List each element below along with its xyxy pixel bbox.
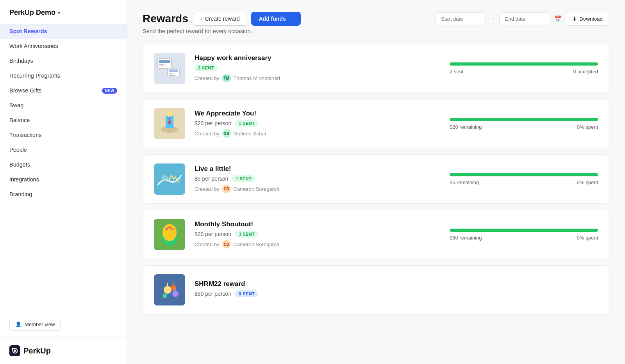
reward-card-monthly-shoutout[interactable]: Monthly Shoutout!$20 per person3 SENTCre… bbox=[143, 210, 609, 259]
sidebar-item-label-swag: Swag bbox=[9, 102, 23, 108]
sidebar-item-label-integrations: Integrations bbox=[9, 176, 39, 183]
reward-progress-bar-monthly-shoutout bbox=[450, 229, 598, 232]
reward-image-we-appreciate-you bbox=[154, 108, 185, 139]
sidebar-item-people[interactable]: People bbox=[0, 142, 127, 157]
reward-progress-fill-live-a-little bbox=[450, 173, 598, 176]
reward-meta-we-appreciate-you: $20 per person1 SENT bbox=[195, 120, 440, 127]
sidebar-item-spot-rewards[interactable]: Spot Rewards bbox=[0, 24, 127, 39]
reward-stat-left-happy-work-anniversary: 2 sent bbox=[450, 69, 463, 75]
reward-card-shrm22-reward[interactable]: SHRM22 reward$50 per person0 SENT bbox=[143, 265, 609, 314]
member-view-button[interactable]: 👤 Member view bbox=[9, 318, 61, 331]
svg-point-14 bbox=[167, 111, 172, 117]
reward-stat-left-live-a-little: $5 remaining bbox=[450, 179, 479, 185]
reward-card-live-a-little[interactable]: Live a little!$5 per person1 SENTCreated… bbox=[143, 154, 609, 204]
sidebar-item-label-browse-gifts: Browse Gifts bbox=[9, 87, 41, 94]
reward-stats-happy-work-anniversary: 2 sent0 accepted bbox=[450, 62, 598, 75]
sidebar-item-recurring-programs[interactable]: Recurring Programs bbox=[0, 68, 127, 83]
reward-card-we-appreciate-you[interactable]: We Appreciate You!$20 per person1 SENTCr… bbox=[143, 99, 609, 148]
reward-amount-monthly-shoutout: $20 per person bbox=[195, 231, 231, 237]
create-reward-label: + Create reward bbox=[200, 16, 240, 22]
sidebar-item-label-transactions: Transactions bbox=[9, 132, 41, 138]
reward-creator-monthly-shoutout: Created byCSCameron Soregaroli bbox=[195, 240, 440, 249]
sidebar-item-browse-gifts[interactable]: Browse GiftsNEW bbox=[0, 83, 127, 98]
sidebar-item-label-spot-rewards: Spot Rewards bbox=[9, 28, 47, 34]
app-title-chevron: ▾ bbox=[58, 10, 60, 16]
sidebar-badge-browse-gifts: NEW bbox=[102, 88, 117, 94]
reward-progress-bar-we-appreciate-you bbox=[450, 118, 598, 121]
start-date-input[interactable] bbox=[435, 12, 486, 25]
reward-stats-row-happy-work-anniversary: 2 sent0 accepted bbox=[450, 69, 598, 75]
reward-info-we-appreciate-you: We Appreciate You!$20 per person1 SENTCr… bbox=[195, 110, 440, 138]
sidebar-item-branding[interactable]: Branding bbox=[0, 187, 127, 202]
sidebar-item-label-balance: Balance bbox=[9, 117, 30, 123]
end-date-input[interactable] bbox=[499, 12, 550, 25]
sidebar-item-transactions[interactable]: Transactions bbox=[0, 128, 127, 142]
page-title: Rewards bbox=[143, 12, 188, 25]
svg-point-27 bbox=[168, 226, 171, 229]
sidebar-item-balance[interactable]: Balance bbox=[0, 113, 127, 128]
create-reward-button[interactable]: + Create reward bbox=[193, 12, 247, 26]
reward-badge-shrm22-reward: 0 SENT bbox=[235, 290, 258, 297]
sidebar-item-work-anniversaries[interactable]: Work Anniversaries bbox=[0, 39, 127, 53]
reward-title-happy-work-anniversary: Happy work anniversary bbox=[195, 54, 440, 62]
reward-stats-we-appreciate-you: $20 remaining0% spent bbox=[450, 118, 598, 130]
add-funds-button[interactable]: Add funds → bbox=[251, 12, 301, 26]
reward-creator-name-monthly-shoutout: Cameron Soregaroli bbox=[234, 241, 279, 247]
app-title-header[interactable]: PerkUp Demo ▾ bbox=[0, 0, 127, 21]
main-content: Rewards + Create reward Add funds → → 📅 … bbox=[127, 0, 625, 364]
sidebar-nav: Spot RewardsWork AnniversariesBirthdaysR… bbox=[0, 21, 127, 318]
reward-stats-row-monthly-shoutout: $60 remaining0% spent bbox=[450, 235, 598, 241]
reward-card-happy-work-anniversary[interactable]: Happy work anniversary2 SENTCreated byTM… bbox=[143, 44, 609, 93]
reward-stat-right-we-appreciate-you: 0% spent bbox=[577, 124, 598, 130]
svg-rect-10 bbox=[169, 75, 175, 76]
svg-rect-9 bbox=[169, 73, 173, 74]
sidebar-footer: PerkUp bbox=[0, 337, 127, 364]
reward-image-monthly-shoutout bbox=[154, 219, 185, 250]
reward-progress-fill-we-appreciate-you bbox=[450, 118, 598, 121]
reward-amount-we-appreciate-you: $20 per person bbox=[195, 120, 231, 126]
reward-stat-right-live-a-little: 0% spent bbox=[577, 179, 598, 185]
svg-rect-8 bbox=[169, 69, 178, 72]
perkup-logo-icon bbox=[9, 345, 20, 356]
sidebar-item-label-birthdays: Birthdays bbox=[9, 58, 33, 64]
perkup-logo: PerkUp bbox=[9, 345, 51, 356]
reward-meta-shrm22-reward: $50 per person0 SENT bbox=[195, 290, 598, 297]
reward-meta-monthly-shoutout: $20 per person3 SENT bbox=[195, 231, 440, 238]
reward-stat-right-happy-work-anniversary: 0 accepted bbox=[573, 69, 598, 75]
reward-image-happy-work-anniversary bbox=[154, 53, 185, 84]
reward-progress-fill-monthly-shoutout bbox=[450, 229, 598, 232]
sidebar-item-label-budgets: Budgets bbox=[9, 162, 30, 168]
svg-point-31 bbox=[172, 291, 179, 297]
svg-point-21 bbox=[162, 175, 168, 181]
reward-info-shrm22-reward: SHRM22 reward$50 per person0 SENT bbox=[195, 280, 598, 300]
reward-badge-happy-work-anniversary: 2 SENT bbox=[195, 64, 218, 71]
reward-stat-left-we-appreciate-you: $20 remaining bbox=[450, 124, 482, 130]
sidebar-item-label-branding: Branding bbox=[9, 191, 32, 197]
app-title: PerkUp Demo bbox=[9, 9, 55, 17]
sidebar-item-budgets[interactable]: Budgets bbox=[0, 157, 127, 172]
reward-image-shrm22-reward bbox=[154, 274, 185, 305]
reward-image-live-a-little bbox=[154, 163, 185, 195]
reward-creator-name-we-appreciate-you: Gurleen Sohal bbox=[234, 131, 266, 137]
sidebar-item-integrations[interactable]: Integrations bbox=[0, 172, 127, 187]
svg-point-1 bbox=[14, 350, 16, 352]
reward-creator-avatar-happy-work-anniversary: TM bbox=[222, 74, 231, 82]
download-button[interactable]: ⬇ Download bbox=[566, 12, 609, 26]
download-icon: ⬇ bbox=[572, 16, 577, 22]
date-separator: → bbox=[490, 16, 495, 22]
reward-stats-live-a-little: $5 remaining0% spent bbox=[450, 173, 598, 185]
reward-badge-we-appreciate-you: 1 SENT bbox=[235, 120, 258, 127]
reward-creator-avatar-monthly-shoutout: CS bbox=[222, 240, 231, 249]
reward-badge-live-a-little: 1 SENT bbox=[232, 175, 255, 182]
reward-stats-monthly-shoutout: $60 remaining0% spent bbox=[450, 229, 598, 241]
add-funds-label: Add funds → bbox=[259, 16, 293, 22]
reward-meta-live-a-little: $5 per person1 SENT bbox=[195, 175, 440, 182]
reward-info-live-a-little: Live a little!$5 per person1 SENTCreated… bbox=[195, 165, 440, 193]
svg-point-29 bbox=[164, 286, 171, 294]
reward-stat-right-monthly-shoutout: 0% spent bbox=[577, 235, 598, 241]
sidebar-item-swag[interactable]: Swag bbox=[0, 98, 127, 113]
reward-creator-we-appreciate-you: Created byGSGurleen Sohal bbox=[195, 129, 440, 138]
reward-creator-happy-work-anniversary: Created byTMThomas Mirmotahari bbox=[195, 74, 440, 82]
sidebar-item-birthdays[interactable]: Birthdays bbox=[0, 53, 127, 68]
reward-created-by-label-live-a-little: Created by bbox=[195, 186, 220, 192]
